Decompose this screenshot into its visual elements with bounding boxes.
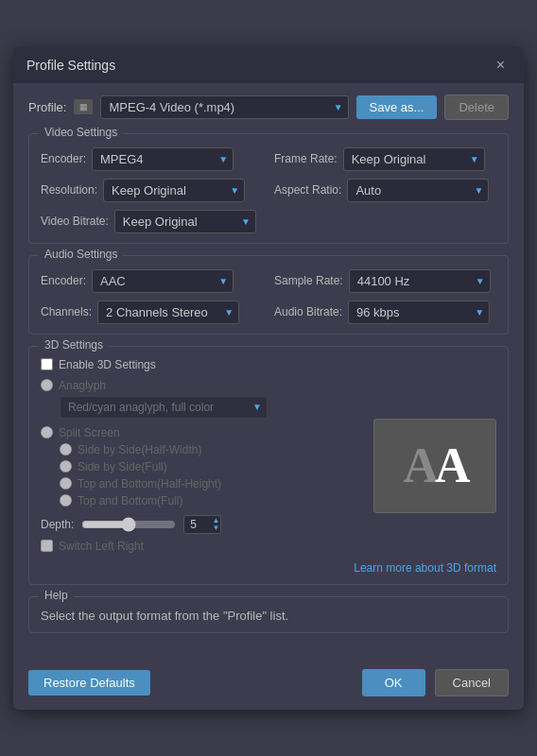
anaglyph-radio-row: Anaglyph bbox=[41, 379, 364, 392]
audio-encoder-row: Encoder: AAC ▼ bbox=[41, 269, 263, 293]
3d-settings-title: 3D Settings bbox=[39, 338, 109, 352]
3d-main-content: Anaglyph Red/cyan anaglyph, full color ▼ bbox=[41, 379, 496, 553]
split-screen-radio[interactable] bbox=[41, 426, 53, 438]
audio-encoder-select-wrapper: AAC ▼ bbox=[92, 269, 234, 293]
frame-rate-label: Frame Rate: bbox=[274, 152, 338, 165]
ok-button[interactable]: OK bbox=[362, 669, 425, 696]
frame-rate-row: Frame Rate: Keep Original ▼ bbox=[274, 147, 496, 171]
side-half-row: Side by Side(Half-Width) bbox=[44, 443, 364, 456]
help-text: Select the output format from the "Profi… bbox=[41, 609, 496, 623]
ok-cancel-group: OK Cancel bbox=[362, 669, 509, 696]
depth-spinners: ▲ ▼ bbox=[212, 517, 219, 532]
depth-label: Depth: bbox=[41, 518, 74, 531]
switch-lr-row: Switch Left Right bbox=[41, 540, 364, 553]
dialog-content: Profile: ▦ MPEG-4 Video (*.mp4) ▼ Save a… bbox=[13, 83, 524, 662]
profile-settings-dialog: Profile Settings × Profile: ▦ MPEG-4 Vid… bbox=[13, 47, 524, 710]
resolution-row: Resolution: Keep Original ▼ bbox=[41, 179, 263, 202]
side-full-label[interactable]: Side by Side(Full) bbox=[78, 460, 167, 473]
3d-left-panel: Anaglyph Red/cyan anaglyph, full color ▼ bbox=[41, 379, 364, 553]
3d-preview-area: AA bbox=[373, 379, 496, 553]
video-bitrate-select-wrapper: Keep Original ▼ bbox=[114, 210, 256, 233]
sample-rate-row: Sample Rate: 44100 Hz ▼ bbox=[274, 269, 496, 293]
encoder-select[interactable]: MPEG4 bbox=[92, 147, 234, 171]
resolution-select-wrapper: Keep Original ▼ bbox=[103, 179, 245, 202]
switch-lr-label[interactable]: Switch Left Right bbox=[59, 540, 144, 553]
audio-bitrate-select[interactable]: 96 kbps bbox=[348, 301, 490, 324]
video-bitrate-select[interactable]: Keep Original bbox=[114, 210, 256, 233]
side-full-row: Side by Side(Full) bbox=[44, 460, 364, 473]
sample-rate-select[interactable]: 44100 Hz bbox=[349, 269, 491, 293]
3d-settings-section: 3D Settings Enable 3D Settings Anaglyph bbox=[28, 346, 509, 585]
encoder-select-wrapper: MPEG4 ▼ bbox=[92, 147, 234, 171]
audio-bitrate-row: Audio Bitrate: 96 kbps ▼ bbox=[274, 301, 496, 324]
channels-row: Channels: 2 Channels Stereo ▼ bbox=[41, 301, 263, 324]
video-bitrate-row: Video Bitrate: Keep Original ▼ bbox=[41, 210, 263, 233]
channels-select[interactable]: 2 Channels Stereo bbox=[97, 301, 239, 324]
preview-letter-right: A bbox=[435, 438, 467, 493]
split-screen-label[interactable]: Split Screen bbox=[59, 426, 120, 439]
audio-settings-title: Audio Settings bbox=[39, 248, 123, 261]
bottom-bar: Restore Defaults OK Cancel bbox=[13, 662, 524, 710]
enable-3d-row: Enable 3D Settings bbox=[41, 358, 496, 371]
frame-rate-select-wrapper: Keep Original ▼ bbox=[343, 147, 485, 171]
anaglyph-inner-wrapper: Red/cyan anaglyph, full color ▼ bbox=[60, 396, 268, 419]
sample-rate-label: Sample Rate: bbox=[274, 274, 343, 287]
audio-settings-grid: Encoder: AAC ▼ Sample Rate: 44100 Hz bbox=[41, 269, 496, 324]
help-title: Help bbox=[39, 589, 74, 602]
video-settings-title: Video Settings bbox=[39, 126, 123, 139]
aspect-ratio-select-wrapper: Auto ▼ bbox=[347, 179, 489, 202]
sample-rate-select-wrapper: 44100 Hz ▼ bbox=[349, 269, 491, 293]
depth-slider[interactable] bbox=[81, 517, 176, 532]
enable-3d-checkbox[interactable] bbox=[41, 358, 53, 370]
save-as-button[interactable]: Save as... bbox=[356, 95, 438, 119]
learn-more-link[interactable]: Learn more about 3D format bbox=[354, 561, 496, 575]
side-half-radio[interactable] bbox=[60, 443, 72, 455]
profile-row: Profile: ▦ MPEG-4 Video (*.mp4) ▼ Save a… bbox=[28, 94, 509, 120]
anaglyph-radio[interactable] bbox=[41, 379, 53, 391]
enable-3d-label[interactable]: Enable 3D Settings bbox=[59, 358, 156, 371]
resolution-label: Resolution: bbox=[41, 183, 97, 197]
anaglyph-select[interactable]: Red/cyan anaglyph, full color bbox=[60, 396, 268, 419]
encoder-row: Encoder: MPEG4 ▼ bbox=[41, 147, 263, 171]
profile-label: Profile: bbox=[28, 100, 66, 114]
anaglyph-select-wrapper: Red/cyan anaglyph, full color ▼ bbox=[60, 396, 364, 419]
depth-down-button[interactable]: ▼ bbox=[212, 524, 219, 532]
encoder-label: Encoder: bbox=[41, 152, 86, 165]
frame-rate-select[interactable]: Keep Original bbox=[343, 147, 485, 171]
cancel-button[interactable]: Cancel bbox=[435, 669, 509, 696]
resolution-select[interactable]: Keep Original bbox=[103, 179, 245, 202]
switch-lr-checkbox[interactable] bbox=[41, 540, 53, 552]
restore-defaults-button[interactable]: Restore Defaults bbox=[28, 670, 150, 696]
channels-select-wrapper: 2 Channels Stereo ▼ bbox=[97, 301, 239, 324]
aspect-ratio-select[interactable]: Auto bbox=[347, 179, 489, 202]
audio-bitrate-select-wrapper: 96 kbps ▼ bbox=[348, 301, 490, 324]
video-settings-section: Video Settings Encoder: MPEG4 ▼ Frame Ra… bbox=[28, 133, 509, 244]
top-half-label[interactable]: Top and Bottom(Half-Height) bbox=[78, 477, 221, 490]
close-button[interactable]: × bbox=[491, 55, 511, 76]
channels-label: Channels: bbox=[41, 305, 92, 318]
anaglyph-label[interactable]: Anaglyph bbox=[59, 379, 106, 392]
aspect-ratio-row: Aspect Ratio: Auto ▼ bbox=[274, 179, 496, 202]
learn-more-row: Learn more about 3D format bbox=[41, 560, 496, 575]
video-settings-grid: Encoder: MPEG4 ▼ Frame Rate: Keep Origin… bbox=[41, 147, 496, 233]
profile-select-wrapper: MPEG-4 Video (*.mp4) ▼ bbox=[100, 95, 348, 119]
side-half-label[interactable]: Side by Side(Half-Width) bbox=[78, 443, 201, 456]
profile-icon: ▦ bbox=[74, 99, 93, 114]
top-full-radio[interactable] bbox=[60, 494, 72, 507]
depth-number-wrapper: ▲ ▼ bbox=[183, 515, 221, 534]
depth-row: Depth: ▲ ▼ bbox=[41, 515, 364, 534]
top-half-row: Top and Bottom(Half-Height) bbox=[44, 477, 364, 490]
audio-encoder-label: Encoder: bbox=[41, 274, 86, 287]
top-full-row: Top and Bottom(Full) bbox=[44, 494, 364, 507]
side-full-radio[interactable] bbox=[60, 460, 72, 472]
help-section: Help Select the output format from the "… bbox=[28, 596, 509, 633]
top-half-radio[interactable] bbox=[60, 477, 72, 490]
profile-select[interactable]: MPEG-4 Video (*.mp4) bbox=[100, 95, 348, 119]
delete-button[interactable]: Delete bbox=[444, 94, 509, 120]
top-full-label[interactable]: Top and Bottom(Full) bbox=[78, 494, 182, 507]
dialog-title: Profile Settings bbox=[26, 58, 115, 73]
audio-encoder-select[interactable]: AAC bbox=[92, 269, 234, 293]
title-bar: Profile Settings × bbox=[13, 47, 524, 83]
split-screen-radio-row: Split Screen bbox=[41, 426, 364, 439]
split-screen-options: Side by Side(Half-Width) Side by Side(Fu… bbox=[44, 443, 364, 507]
